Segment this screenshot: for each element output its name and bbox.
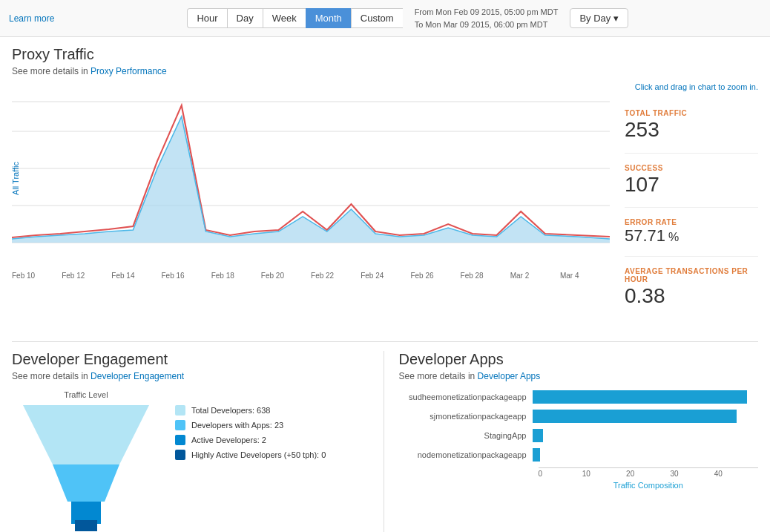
stat-error-rate: ERROR RATE 57.71 %: [625, 218, 758, 257]
svg-marker-11: [53, 464, 119, 502]
stat-avg-trans: AVERAGE TRANSACTIONS PER HOUR 0.38: [625, 267, 758, 319]
bar-row-2: StagingApp: [399, 429, 759, 442]
total-traffic-value: 253: [625, 117, 758, 142]
funnel-container: Traffic Level: [12, 390, 160, 532]
legend-item-3: Highly Active Developers (+50 tph): 0: [175, 450, 326, 460]
dev-apps-title: Developer Apps: [399, 351, 759, 368]
x-label-4: Feb 18: [211, 272, 261, 280]
total-traffic-label: TOTAL TRAFFIC: [625, 109, 758, 117]
dev-apps-link[interactable]: Developer Apps: [478, 371, 541, 381]
x-tick-1: 10: [582, 470, 626, 478]
by-day-button[interactable]: By Day ▾: [570, 8, 628, 28]
bottom-sections: Developer Engagement See more details in…: [12, 341, 758, 532]
x-label-2: Feb 14: [111, 272, 161, 280]
success-label: SUCCESS: [625, 164, 758, 172]
legend-color-3: [175, 450, 185, 460]
bar-fill-3: [533, 448, 541, 462]
time-controls: Hour Day Week Month Custom From Mon Feb …: [187, 6, 628, 30]
legend-color-0: [175, 405, 185, 416]
time-btn-custom[interactable]: Custom: [351, 8, 403, 28]
bar-row-0: sudheemonetizationpackageapp: [399, 390, 759, 404]
time-btn-hour[interactable]: Hour: [187, 8, 226, 28]
legend-item-1: Developers with Apps: 23: [175, 420, 326, 430]
traffic-chart-svg: 0 25 50 75: [12, 94, 610, 272]
dev-engagement-title: Developer Engagement: [12, 351, 372, 368]
bar-label-1: sjmonetizationpackageapp: [399, 412, 533, 421]
proxy-traffic-title: Proxy Traffic: [12, 46, 758, 63]
error-rate-unit: %: [668, 231, 679, 244]
bar-track-0: [533, 390, 759, 404]
time-btn-week[interactable]: Week: [263, 8, 306, 28]
x-label-5: Feb 20: [261, 272, 311, 280]
legend-item-2: Active Developers: 2: [175, 435, 326, 445]
bar-fill-0: [533, 390, 748, 404]
avg-trans-value: 0.38: [625, 283, 758, 309]
x-label-0: Feb 10: [12, 272, 62, 280]
funnel-svg: [16, 405, 157, 532]
x-label-9: Feb 28: [461, 272, 510, 280]
x-tick-4: 40: [714, 470, 758, 478]
learn-more-link[interactable]: Learn more: [9, 13, 54, 24]
dev-engagement-link[interactable]: Developer Engagement: [91, 371, 184, 381]
bar-fill-1: [533, 410, 737, 423]
proxy-traffic-subtitle: See more details in Proxy Performance: [12, 66, 758, 76]
main-content: Proxy Traffic See more details in Proxy …: [0, 37, 770, 532]
stats-panel: TOTAL TRAFFIC 253 SUCCESS 107 ERROR RATE…: [610, 94, 758, 329]
x-label-11: Mar 4: [560, 272, 610, 280]
legend-color-1: [175, 420, 185, 430]
time-btn-day[interactable]: Day: [227, 8, 263, 28]
dev-engagement-chart: Traffic Level: [12, 390, 372, 532]
error-rate-value: 57.71: [625, 226, 665, 246]
x-label-7: Feb 24: [361, 272, 410, 280]
svg-marker-9: [12, 116, 610, 243]
dev-engagement-subtitle: See more details in Developer Engagement: [12, 371, 372, 381]
bar-track-3: [533, 448, 759, 462]
proxy-traffic-section: Proxy Traffic See more details in Proxy …: [12, 46, 758, 329]
x-label-1: Feb 12: [62, 272, 111, 280]
legend-item-0: Total Developers: 638: [175, 405, 326, 416]
y-axis-label: All Traffic: [11, 162, 20, 195]
bar-track-1: [533, 410, 759, 423]
x-axis: 0 10 20 30 40: [539, 467, 759, 478]
x-tick-3: 30: [670, 470, 714, 478]
x-label-3: Feb 16: [162, 272, 211, 280]
dev-engagement-legend: Total Developers: 638 Developers with Ap…: [175, 390, 326, 464]
funnel-label: Traffic Level: [64, 390, 108, 399]
svg-rect-13: [75, 520, 97, 531]
date-range: From Mon Feb 09 2015, 05:00 pm MDT To Mo…: [415, 6, 559, 30]
x-tick-0: 0: [539, 470, 582, 478]
toolbar: Learn more Hour Day Week Month Custom Fr…: [0, 0, 770, 37]
x-label-8: Feb 26: [410, 272, 460, 280]
zoom-hint: Click and drag in chart to zoom in.: [12, 82, 758, 91]
success-value: 107: [625, 172, 758, 197]
legend-label-2: Active Developers: 2: [191, 436, 266, 444]
error-rate-label: ERROR RATE: [625, 218, 758, 226]
stat-success: SUCCESS 107: [625, 164, 758, 208]
legend-color-2: [175, 435, 185, 445]
bar-label-0: sudheemonetizationpackageapp: [399, 393, 533, 401]
bar-label-2: StagingApp: [399, 431, 533, 440]
x-label-10: Mar 2: [510, 272, 560, 280]
bar-row-3: nodemonetizationpackageapp: [399, 448, 759, 462]
svg-marker-10: [23, 405, 149, 464]
legend-label-0: Total Developers: 638: [191, 406, 270, 415]
developer-engagement-section: Developer Engagement See more details in…: [12, 351, 384, 532]
bar-label-3: nodemonetizationpackageapp: [399, 450, 533, 459]
chart-area: All Traffic 0 25 50 75: [12, 94, 758, 329]
bar-chart-container: sudheemonetizationpackageapp sjmonetizat…: [399, 390, 759, 490]
legend-label-1: Developers with Apps: 23: [191, 421, 283, 430]
legend-label-3: Highly Active Developers (+50 tph): 0: [191, 450, 326, 459]
proxy-performance-link[interactable]: Proxy Performance: [91, 66, 167, 76]
dev-apps-subtitle: See more details in Developer Apps: [399, 371, 759, 381]
time-btn-month[interactable]: Month: [306, 8, 351, 28]
x-axis-labels: Feb 10 Feb 12 Feb 14 Feb 16 Feb 18 Feb 2…: [12, 272, 610, 280]
error-rate-value-group: 57.71 %: [625, 226, 758, 246]
traffic-chart-container: All Traffic 0 25 50 75: [12, 94, 610, 287]
bar-row-1: sjmonetizationpackageapp: [399, 410, 759, 423]
x-axis-label: Traffic Composition: [539, 481, 759, 490]
avg-trans-label: AVERAGE TRANSACTIONS PER HOUR: [625, 267, 758, 283]
x-tick-2: 20: [626, 470, 670, 478]
x-label-6: Feb 22: [311, 272, 361, 280]
bar-track-2: [533, 429, 759, 442]
developer-apps-section: Developer Apps See more details in Devel…: [384, 351, 759, 532]
